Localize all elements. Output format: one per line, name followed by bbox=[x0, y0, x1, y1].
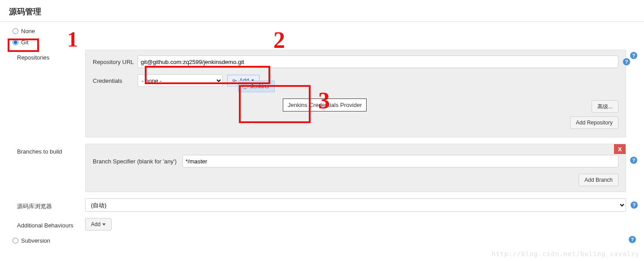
help-icon[interactable]: ? bbox=[630, 52, 637, 59]
branches-row: Branches to build X ? Branch Specifier (… bbox=[0, 142, 644, 194]
add-behaviour-button[interactable]: Add bbox=[85, 218, 112, 231]
svg-point-0 bbox=[233, 80, 235, 82]
svg-point-4 bbox=[244, 85, 246, 87]
scm-option-none[interactable]: None bbox=[0, 26, 644, 37]
repositories-row: Repositories ? Repository URL ? Credenti… bbox=[0, 48, 644, 139]
radio-none[interactable] bbox=[13, 28, 18, 34]
jenkins-icon bbox=[242, 83, 248, 90]
branch-specifier-label: Branch Specifier (blank for 'any') bbox=[93, 158, 182, 165]
watermark: http://blog.csdn.net/boling_cavalry bbox=[492, 250, 640, 257]
key-icon bbox=[232, 78, 238, 83]
add-repository-button[interactable]: Add Repository bbox=[570, 116, 618, 129]
repo-browser-select[interactable]: (自动) bbox=[85, 198, 626, 212]
dropdown-item-label: Jenkins bbox=[251, 83, 269, 90]
help-icon[interactable]: ? bbox=[630, 157, 637, 164]
credentials-select[interactable]: - none - bbox=[138, 74, 223, 87]
radio-none-label: None bbox=[21, 28, 35, 34]
behaviours-row: Additional Behaviours Add bbox=[0, 216, 644, 232]
repositories-panel: ? Repository URL ? Credentials - none - … bbox=[85, 50, 626, 137]
branch-panel-actions: Add Branch bbox=[93, 174, 618, 186]
help-icon[interactable]: ? bbox=[623, 58, 630, 65]
radio-git-label: Git bbox=[21, 39, 29, 46]
chevron-down-icon bbox=[102, 223, 106, 226]
branches-panel: X ? Branch Specifier (blank for 'any') A… bbox=[85, 144, 626, 192]
credentials-row: Credentials - none - Add ▼ bbox=[93, 74, 618, 87]
repo-url-label: Repository URL bbox=[93, 59, 138, 65]
scm-option-subversion[interactable]: Subversion ? bbox=[0, 235, 644, 246]
repositories-label: Repositories bbox=[0, 50, 85, 61]
section-header-scm: 源码管理 bbox=[0, 0, 644, 22]
section-title: 源码管理 bbox=[9, 7, 41, 16]
radio-git[interactable] bbox=[13, 39, 18, 45]
behaviours-label: Additional Behaviours bbox=[0, 220, 85, 229]
credentials-label: Credentials bbox=[93, 77, 138, 84]
help-icon[interactable]: ? bbox=[629, 236, 636, 243]
branch-specifier-input[interactable] bbox=[182, 155, 618, 167]
browser-row: 源码库浏览器 (自动) ? bbox=[0, 197, 644, 214]
repo-panel-actions-2: Add Repository bbox=[93, 116, 618, 129]
add-branch-button[interactable]: Add Branch bbox=[579, 174, 618, 186]
scm-option-git[interactable]: Git bbox=[0, 37, 644, 48]
branches-label: Branches to build bbox=[0, 144, 85, 155]
radio-subversion-label: Subversion bbox=[21, 237, 50, 244]
credentials-dropdown-item-jenkins[interactable]: Jenkins bbox=[238, 81, 275, 92]
radio-subversion[interactable] bbox=[13, 238, 18, 244]
scm-content: None Git Repositories ? Repository URL ?… bbox=[0, 22, 644, 246]
help-icon[interactable]: ? bbox=[631, 201, 638, 209]
repo-url-row: Repository URL ? bbox=[93, 56, 618, 68]
repo-url-input[interactable] bbox=[138, 56, 618, 68]
branch-specifier-row: Branch Specifier (blank for 'any') bbox=[93, 155, 618, 167]
delete-branch-button[interactable]: X bbox=[614, 144, 626, 154]
browser-label: 源码库浏览器 bbox=[0, 200, 85, 210]
credentials-provider-tooltip: Jenkins Credentials Provider bbox=[283, 98, 367, 111]
advanced-button[interactable]: 高级... bbox=[592, 100, 618, 113]
